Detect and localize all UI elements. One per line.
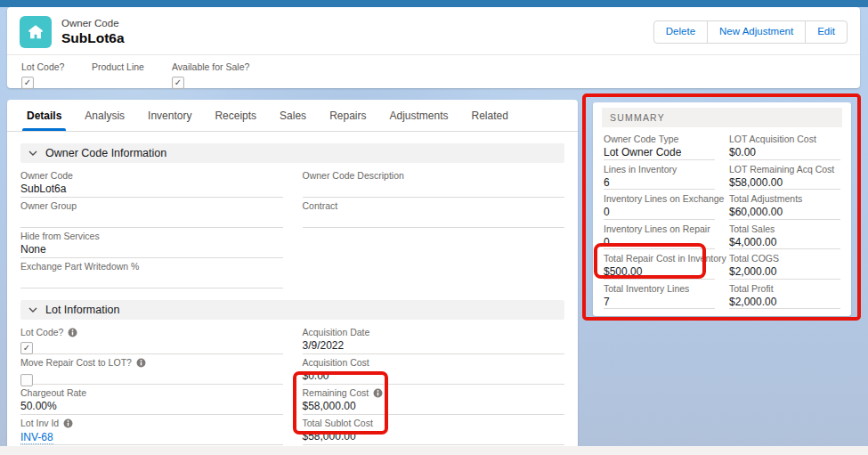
right-column: Acquisition Date 3/9/2022 Acquisition Co…: [303, 324, 565, 446]
field-label: LOT Acquisition Cost: [729, 134, 840, 144]
field-total-sales: Total Sales $4,000.00: [729, 220, 840, 250]
house-icon: [26, 22, 45, 42]
field-value: $0.00: [729, 146, 840, 158]
field-remaining-cost: Remaining Cost $58,000.00: [303, 385, 565, 415]
field-value: 0: [604, 206, 715, 218]
info-icon[interactable]: [63, 418, 73, 428]
lot-code-checkbox: ✓: [21, 77, 34, 89]
checkmark: ✓: [24, 78, 31, 87]
chevron-down-icon: [28, 307, 37, 313]
salesforce-record-page: Owner Code SubLot6a Delete New Adjustmen…: [0, 0, 868, 455]
section-title: Owner Code Information: [45, 147, 166, 159]
info-icon[interactable]: [136, 358, 146, 368]
field-lot-acquisition-cost: LOT Acquisition Cost $0.00: [729, 130, 840, 160]
left-column: Owner Code Type Lot Owner Code Lines in …: [604, 130, 715, 309]
tab-inventory[interactable]: Inventory: [136, 100, 203, 131]
field-label: Lot Inv Id: [20, 418, 59, 428]
field-label: Inventory Lines on Repair: [604, 223, 715, 234]
field-value: [20, 273, 283, 287]
field-label: Move Repair Cost to LOT?: [20, 357, 132, 368]
info-icon[interactable]: [373, 388, 383, 398]
field-total-adjustments: Total Adjustments $60,000.00: [729, 190, 840, 220]
field-contract: Contract: [303, 198, 565, 228]
tab-receipts[interactable]: Receipts: [203, 100, 268, 131]
field-value: $500.00: [604, 265, 715, 278]
highlight-field-available-for-sale: Available for Sale? ✓: [172, 61, 249, 89]
lot-inv-id-link[interactable]: INV-68: [20, 431, 53, 444]
field-total-cogs: Total COGS $2,000.00: [729, 249, 840, 280]
field-label: Lines in Inventory: [604, 164, 715, 175]
tab-sales[interactable]: Sales: [268, 100, 318, 131]
field-label: Total Inventory Lines: [604, 283, 715, 294]
owner-code-information-fields: Owner Code SubLot6a Owner Group Hide fro…: [7, 167, 578, 288]
field-value: [20, 213, 283, 226]
field-label: Total Sublot Cost: [303, 418, 373, 428]
field-value: $0.00: [303, 370, 565, 383]
field-label: Product Line: [92, 61, 172, 72]
field-move-repair-cost-to-lot: Move Repair Cost to LOT?: [20, 354, 283, 385]
field-label: Owner Code Description: [303, 170, 404, 181]
field-value: SubLot6a: [20, 183, 283, 196]
field-label: Acquisition Cost: [303, 357, 369, 368]
field-label: Hide from Services: [20, 231, 100, 241]
field-label: Inventory Lines on Exchange: [604, 193, 715, 204]
new-adjustment-button[interactable]: New Adjustment: [707, 20, 806, 44]
left-column: Lot Code? ✓ Move Repair Cost to LOT?: [20, 324, 283, 446]
checkmark: ✓: [23, 344, 30, 353]
lot-code-detail-checkbox: ✓: [20, 342, 33, 354]
field-value: $58,000.00: [729, 176, 840, 189]
right-column: Owner Code Description Contract: [303, 167, 565, 288]
summary-panel: SUMMARY Owner Code Type Lot Owner Code L…: [593, 102, 851, 316]
tab-adjustments[interactable]: Adjustments: [377, 100, 459, 131]
move-repair-cost-checkbox: [20, 374, 33, 386]
field-label: LOT Remaining Acq Cost: [729, 164, 840, 175]
field-acquisition-cost: Acquisition Cost $0.00: [303, 354, 565, 385]
highlight-fields-row: Lot Code? ✓ Product Line Available for S…: [7, 55, 860, 89]
field-label: Lot Code?: [21, 61, 92, 72]
field-owner-code-description: Owner Code Description: [303, 167, 565, 198]
tab-details[interactable]: Details: [15, 100, 73, 131]
field-value: [303, 183, 565, 196]
field-value: $2,000.00: [729, 296, 840, 308]
lot-information-fields: Lot Code? ✓ Move Repair Cost to LOT?: [7, 324, 578, 446]
section-lot-information[interactable]: Lot Information: [20, 300, 564, 320]
info-icon[interactable]: [68, 328, 77, 337]
field-lines-in-inventory: Lines in Inventory 6: [604, 160, 715, 191]
field-total-repair-cost-in-inventory: Total Repair Cost in Inventory $500.00: [604, 249, 715, 280]
field-owner-group: Owner Group: [20, 198, 283, 228]
owner-code-object-icon: [20, 16, 52, 48]
field-exchange-part-writedown: Exchange Part Writedown %: [20, 258, 283, 288]
tab-related[interactable]: Related: [460, 100, 520, 131]
field-value: [303, 213, 565, 226]
record-tab-bar: Details Analysis Inventory Receipts Sale…: [7, 100, 578, 132]
field-label: Owner Code Type: [604, 134, 715, 144]
field-value: $60,000.00: [729, 206, 840, 218]
edit-button[interactable]: Edit: [805, 20, 848, 44]
field-total-inventory-lines: Total Inventory Lines 7: [604, 280, 715, 310]
field-label: Remaining Cost: [303, 387, 369, 398]
field-label: Available for Sale?: [172, 61, 249, 72]
field-acquisition-date: Acquisition Date 3/9/2022: [303, 324, 565, 354]
entity-type-label: Owner Code: [61, 18, 125, 28]
checkmark: ✓: [174, 78, 182, 87]
field-value: None: [20, 243, 283, 256]
tab-repairs[interactable]: Repairs: [318, 100, 377, 131]
record-title-block: Owner Code SubLot6a: [61, 18, 125, 46]
delete-button[interactable]: Delete: [653, 20, 708, 44]
tab-analysis[interactable]: Analysis: [73, 100, 136, 131]
field-label: Chargeout Rate: [20, 387, 86, 398]
field-label: Owner Code: [20, 170, 73, 181]
field-value: 50.00%: [20, 400, 283, 413]
field-label: Lot Code?: [20, 327, 63, 337]
field-lot-inv-id: Lot Inv Id INV-68: [20, 415, 283, 445]
field-value: 3/9/2022: [303, 339, 565, 353]
field-inventory-lines-on-exchange: Inventory Lines on Exchange 0: [604, 190, 715, 220]
section-owner-code-information[interactable]: Owner Code Information: [20, 143, 564, 163]
field-label: Owner Group: [20, 200, 77, 211]
field-chargeout-rate: Chargeout Rate 50.00%: [20, 385, 283, 415]
field-value: 0: [604, 236, 715, 248]
record-detail-panel: Details Analysis Inventory Receipts Sale…: [7, 100, 578, 446]
field-label: Contract: [303, 200, 338, 211]
highlight-field-product-line: Product Line: [92, 61, 172, 89]
field-label: Exchange Part Writedown %: [20, 261, 139, 272]
